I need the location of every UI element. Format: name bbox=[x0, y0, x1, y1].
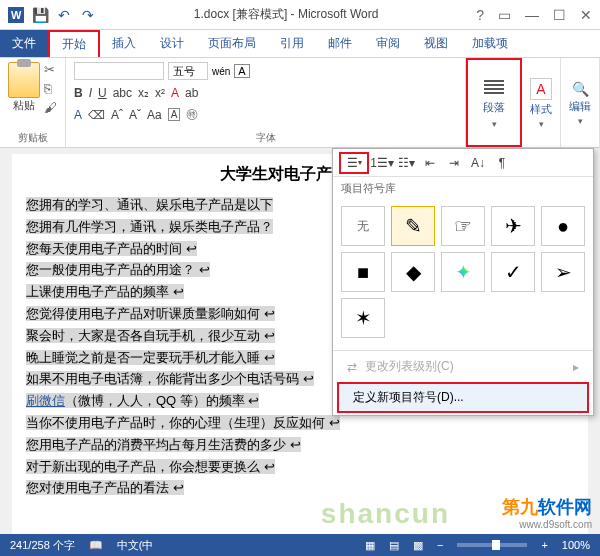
doc-line: 您每天使用电子产品的时间 ↩ bbox=[26, 241, 197, 256]
tab-addins[interactable]: 加载项 bbox=[460, 30, 520, 57]
char-border-icon[interactable]: A bbox=[234, 64, 249, 78]
text-effect-icon[interactable]: A bbox=[74, 108, 82, 122]
bullet-diamond[interactable]: ◆ bbox=[391, 252, 435, 292]
phonetic-icon[interactable]: wén bbox=[212, 66, 230, 77]
bullet-square[interactable]: ■ bbox=[341, 252, 385, 292]
paragraph-group[interactable]: 段落 ▾ bbox=[466, 58, 522, 147]
bullet-dropdown: ☰▾ 1☰▾ ☷▾ ⇤ ⇥ A↓ ¶ 项目符号库 无 ✎ ☞ ✈ ● ■ ◆ ✦… bbox=[332, 148, 594, 416]
font-color-icon[interactable]: A bbox=[171, 86, 179, 100]
multilevel-button[interactable]: ☷▾ bbox=[395, 153, 417, 173]
ribbon-opts-icon[interactable]: ▭ bbox=[498, 7, 511, 23]
doc-line: 您拥有几件学习，通讯，娱乐类电子产品？ bbox=[26, 219, 273, 234]
doc-line: 您拥有的学习、通讯、娱乐电子产品是以下 bbox=[26, 197, 273, 212]
minimize-icon[interactable]: — bbox=[525, 7, 539, 23]
clipboard-label: 剪贴板 bbox=[8, 129, 57, 145]
word-icon: W bbox=[8, 7, 24, 23]
paragraph-label: 段落 bbox=[483, 100, 505, 115]
grow-font-icon[interactable]: Aˆ bbox=[111, 108, 123, 122]
font-family-select[interactable] bbox=[74, 62, 164, 80]
strike-button[interactable]: abc bbox=[113, 86, 132, 100]
sub-button[interactable]: x₂ bbox=[138, 86, 149, 100]
zoom-in-icon[interactable]: + bbox=[541, 539, 547, 551]
tab-insert[interactable]: 插入 bbox=[100, 30, 148, 57]
svg-text:W: W bbox=[11, 9, 22, 21]
doc-line: 对于新出现的电子产品，你会想要更换么 ↩ bbox=[26, 459, 275, 474]
tab-review[interactable]: 审阅 bbox=[364, 30, 412, 57]
close-icon[interactable]: ✕ bbox=[580, 7, 592, 23]
font-group: 五号 wén A B I U abc x₂ x² A ab A ⌫ Aˆ Aˇ … bbox=[66, 58, 466, 147]
copy-icon[interactable]: ⎘ bbox=[44, 81, 57, 96]
bullet-disc[interactable]: ● bbox=[541, 206, 585, 246]
underline-button[interactable]: U bbox=[98, 86, 107, 100]
number-list-button[interactable]: 1☰▾ bbox=[371, 153, 393, 173]
paragraph-icon bbox=[484, 78, 504, 96]
char-shading-icon[interactable]: A bbox=[168, 108, 181, 121]
chevron-down-icon[interactable]: ▾ bbox=[578, 116, 583, 126]
maximize-icon[interactable]: ☐ bbox=[553, 7, 566, 23]
paste-button[interactable]: 粘贴 bbox=[8, 98, 40, 113]
zoom-out-icon[interactable]: − bbox=[437, 539, 443, 551]
sup-button[interactable]: x² bbox=[155, 86, 165, 100]
bullet-point[interactable]: ☞ bbox=[441, 206, 485, 246]
save-icon[interactable]: 💾 bbox=[32, 7, 48, 23]
undo-icon[interactable]: ↶ bbox=[56, 7, 72, 23]
bold-button[interactable]: B bbox=[74, 86, 83, 100]
help-icon[interactable]: ? bbox=[476, 7, 484, 23]
view-read-icon[interactable]: ▤ bbox=[389, 539, 399, 552]
view-print-icon[interactable]: ▦ bbox=[365, 539, 375, 552]
shrink-font-icon[interactable]: Aˇ bbox=[129, 108, 141, 122]
sort-button[interactable]: A↓ bbox=[467, 153, 489, 173]
tab-file[interactable]: 文件 bbox=[0, 30, 48, 57]
tab-design[interactable]: 设计 bbox=[148, 30, 196, 57]
format-painter-icon[interactable]: 🖌 bbox=[44, 100, 57, 115]
dec-indent-button[interactable]: ⇤ bbox=[419, 153, 441, 173]
doc-line: 您用电子产品的消费平均占每月生活费的多少 ↩ bbox=[26, 437, 301, 452]
bullet-check[interactable]: ✓ bbox=[491, 252, 535, 292]
change-case-icon[interactable]: Aa bbox=[147, 108, 162, 122]
watermark-shancun: shancun bbox=[321, 498, 450, 530]
bullet-pencil[interactable]: ✎ bbox=[391, 206, 435, 246]
tab-layout[interactable]: 页面布局 bbox=[196, 30, 268, 57]
bullet-none[interactable]: 无 bbox=[341, 206, 385, 246]
tab-refs[interactable]: 引用 bbox=[268, 30, 316, 57]
doc-line: 您对使用电子产品的看法 ↩ bbox=[26, 480, 184, 495]
edit-label: 编辑 bbox=[569, 99, 591, 114]
language[interactable]: 中文(中 bbox=[117, 538, 154, 553]
zoom-level[interactable]: 100% bbox=[562, 539, 590, 551]
bullet-cross[interactable]: ✦ bbox=[441, 252, 485, 292]
change-list-level: ⇄更改列表级别(C)▸ bbox=[333, 353, 593, 380]
bullet-arrow[interactable]: ➢ bbox=[541, 252, 585, 292]
tab-view[interactable]: 视图 bbox=[412, 30, 460, 57]
bullet-list-button[interactable]: ☰▾ bbox=[339, 152, 369, 174]
spell-icon[interactable]: 📖 bbox=[89, 539, 103, 552]
italic-button[interactable]: I bbox=[89, 86, 92, 100]
find-icon: 🔍 bbox=[572, 81, 589, 97]
zoom-slider[interactable] bbox=[457, 543, 527, 547]
view-web-icon[interactable]: ▩ bbox=[413, 539, 423, 552]
define-new-bullet[interactable]: 定义新项目符号(D)... bbox=[337, 382, 589, 413]
style-icon: A bbox=[530, 78, 552, 100]
chevron-down-icon[interactable]: ▾ bbox=[492, 119, 497, 129]
doc-line: 聚会时，大家是否各自玩手机，很少互动 ↩ bbox=[26, 328, 275, 343]
inc-indent-button[interactable]: ⇥ bbox=[443, 153, 465, 173]
watermark: 第九软件网 www.d9soft.com bbox=[502, 495, 592, 530]
show-marks-button[interactable]: ¶ bbox=[491, 153, 513, 173]
bullet-library-header: 项目符号库 bbox=[333, 177, 593, 200]
clear-format-icon[interactable]: ⌫ bbox=[88, 108, 105, 122]
highlight-icon[interactable]: ab bbox=[185, 86, 198, 100]
paste-icon[interactable] bbox=[8, 62, 40, 98]
clipboard-group: 粘贴 ✂ ⎘ 🖌 剪贴板 bbox=[0, 58, 66, 147]
doc-line: 上课使用电子产品的频率 ↩ bbox=[26, 284, 184, 299]
tab-home[interactable]: 开始 bbox=[48, 30, 100, 57]
word-count[interactable]: 241/258 个字 bbox=[10, 538, 75, 553]
redo-icon[interactable]: ↷ bbox=[80, 7, 96, 23]
bullet-star[interactable]: ✶ bbox=[341, 298, 385, 338]
tab-mail[interactable]: 邮件 bbox=[316, 30, 364, 57]
styles-group[interactable]: A 样式 ▾ bbox=[522, 58, 561, 147]
bullet-plane[interactable]: ✈ bbox=[491, 206, 535, 246]
enclose-char-icon[interactable]: ㊕ bbox=[186, 106, 198, 123]
chevron-down-icon[interactable]: ▾ bbox=[539, 119, 544, 129]
cut-icon[interactable]: ✂ bbox=[44, 62, 57, 77]
font-size-select[interactable]: 五号 bbox=[168, 62, 208, 80]
edit-group[interactable]: 🔍 编辑 ▾ bbox=[561, 58, 600, 147]
